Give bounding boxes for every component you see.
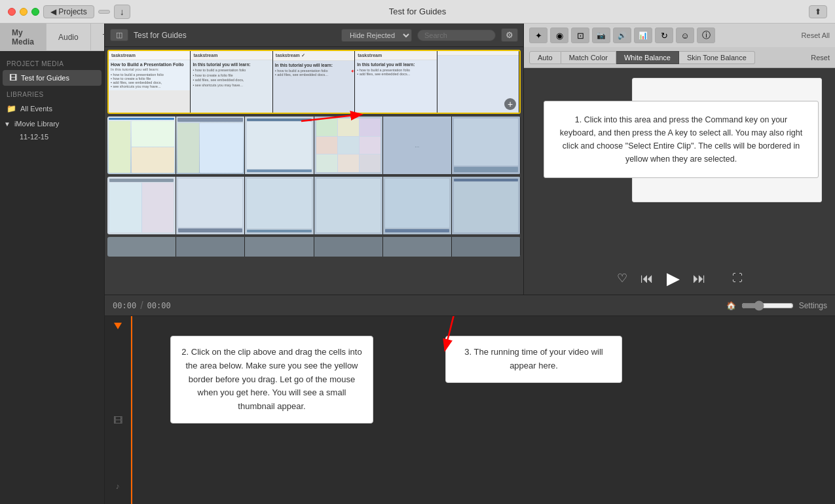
project-media-label: PROJECT MEDIA	[0, 55, 104, 70]
viewer-content: ⚡ taskstream powered by Aqua 1. Click in…	[524, 68, 835, 262]
white-balance-tab[interactable]: White Balance	[616, 51, 679, 64]
filmstrip-area: 7.3m taskstream How to Build a Presentat…	[105, 47, 523, 295]
reset-all-button[interactable]: Reset All	[802, 31, 830, 39]
search-input[interactable]	[417, 29, 496, 41]
sidebar-item-imovie-library[interactable]: ▼ iMovie Library	[0, 117, 104, 131]
project-name: Test for Guides	[21, 74, 69, 82]
color-wheel-button[interactable]: ◉	[550, 27, 568, 43]
timeline-track-area: 2. Click on the clip above and drag the …	[131, 316, 835, 504]
current-timecode: 00:00	[113, 301, 136, 310]
skip-back-button[interactable]: ⏮	[640, 271, 654, 286]
all-events-icon: 📁	[7, 104, 16, 113]
close-button[interactable]	[8, 8, 16, 16]
skip-forward-button[interactable]: ⏭	[693, 271, 706, 286]
music-icon: ♪	[116, 482, 120, 491]
sidebar-item-all-events[interactable]: 📁 All Events	[0, 101, 104, 117]
favorite-button[interactable]: ♡	[617, 271, 627, 285]
skin-tone-tab[interactable]: Skin Tone Balance	[679, 51, 755, 64]
house-icon: 🏠	[726, 301, 736, 310]
viewer-toolbar: ✦ ◉ ⊡ 📷 🔊 📊 ↻ ☺ ⓘ Reset All	[524, 24, 835, 47]
zoom-slider[interactable]	[741, 300, 794, 311]
timeline-settings-button[interactable]: Settings	[799, 301, 827, 310]
sidebar-item-test-for-guides[interactable]: 🎞 Test for Guides	[3, 70, 102, 86]
auto-tab[interactable]: Auto	[529, 51, 561, 64]
viewer-controls: ♡ ⏮ ▶ ⏭ ⛶	[524, 262, 835, 295]
volume-button[interactable]: 🔊	[613, 27, 631, 43]
guide-box-2: 2. Click on the clip above and drag the …	[170, 336, 373, 423]
filmstrip-cell-2-6[interactable]	[452, 117, 521, 174]
filmstrip-cell-2-3[interactable]	[245, 117, 314, 174]
filmstrip-cell-2-1[interactable]	[107, 117, 176, 174]
timeline-header: 00:00 / 00:00 🏠 Settings	[105, 295, 835, 316]
filmstrip-cell-3-4[interactable]	[314, 177, 383, 234]
titlebar-right: ⬆	[809, 5, 827, 18]
filmstrip-cell-4-3[interactable]	[245, 237, 314, 257]
fullscreen-toggle-button[interactable]: ⛶	[732, 272, 743, 284]
app-body: My Media Audio Titles Backgrounds Transi…	[0, 24, 835, 504]
timecode-separator: /	[140, 300, 143, 312]
guide-text-2: 2. Click on the clip above and drag the …	[181, 347, 362, 411]
info-button[interactable]: ⓘ	[697, 27, 715, 43]
reset-button[interactable]: Reset	[811, 54, 830, 62]
rotate-button[interactable]: ↻	[655, 27, 673, 43]
sidebar: My Media Audio Titles Backgrounds Transi…	[0, 24, 105, 504]
camera-button[interactable]: 📷	[592, 27, 610, 43]
film-reel-icon: 🎞	[9, 73, 17, 82]
filmstrip-cell-3-6[interactable]	[452, 177, 521, 234]
filmstrip-cell-3-1[interactable]	[107, 177, 176, 234]
settings-gear-button[interactable]: ⚙	[501, 28, 518, 42]
filter-dropdown[interactable]: Hide Rejected	[341, 29, 412, 42]
filmstrip-cell-3-2[interactable]	[176, 177, 245, 234]
all-events-label: All Events	[20, 105, 52, 113]
grid-view-button[interactable]	[98, 10, 110, 14]
filmstrip-cell-1-2[interactable]: taskstream In this tutorial you will lea…	[191, 51, 272, 113]
filmstrip-cell-4-5[interactable]	[383, 237, 452, 257]
filmstrip-cell-3-5[interactable]	[383, 177, 452, 234]
share-button[interactable]: ⬆	[809, 5, 827, 18]
crop-button[interactable]: ⊡	[571, 27, 589, 43]
window-title: Test for Guides	[389, 7, 446, 16]
libraries-label: LIBRARIES	[0, 86, 104, 101]
minimize-button[interactable]	[20, 8, 28, 16]
filmstrip-cell-2-4[interactable]	[314, 117, 383, 174]
sidebar-item-11-12-15[interactable]: 11-12-15	[0, 131, 104, 143]
instruction-text: 1. Click into this area and press the Co…	[560, 115, 802, 164]
filmstrip-row-4	[107, 237, 521, 257]
tab-audio[interactable]: Audio	[46, 24, 91, 50]
imovie-library-label: iMovie Library	[14, 120, 59, 128]
filmstrip-cell-4-4[interactable]	[314, 237, 383, 257]
match-color-tab[interactable]: Match Color	[561, 51, 616, 64]
main-split: ◫ Test for Guides Hide Rejected ⚙ 7.3m	[105, 24, 835, 295]
timeline-area: 00:00 / 00:00 🏠 Settings 🎞 ♪	[105, 295, 835, 504]
traffic-lights: ◀ Projects ↓	[8, 5, 130, 19]
instruction-card: 1. Click into this area and press the Co…	[544, 101, 819, 178]
filmstrip-cell-1-4[interactable]: taskstream In this tutorial you will lea…	[355, 51, 437, 113]
content-area: ◫ Test for Guides Hide Rejected ⚙ 7.3m	[105, 24, 835, 504]
filmstrip-cell-3-3[interactable]	[245, 177, 314, 234]
filmstrip-cell-1-3[interactable]: taskstream ✓ In this tutorial you will l…	[273, 51, 355, 113]
timeline-content: 🎞 ♪ 2. Click on the clip above and drag …	[105, 316, 835, 504]
download-button[interactable]: ↓	[114, 5, 130, 19]
guide-box-3: 3. The running time of your video will a…	[445, 336, 622, 383]
filmstrip-cell-4-6[interactable]	[452, 237, 521, 257]
tab-my-media[interactable]: My Media	[0, 24, 46, 50]
filmstrip-cell-4-1[interactable]	[107, 237, 176, 257]
filmstrip-cell-2-5[interactable]: ...	[383, 117, 452, 174]
play-button[interactable]: ▶	[667, 268, 680, 289]
filmstrip-cell-1-5[interactable]: +	[437, 51, 519, 113]
magic-wand-button[interactable]: ✦	[529, 27, 547, 43]
filmstrip-cell-4-2[interactable]	[176, 237, 245, 257]
timeline-left-gutter: 🎞 ♪	[105, 316, 131, 504]
filmstrip-cell-1-1[interactable]: taskstream How to Build a Presentation F…	[109, 51, 191, 113]
fullscreen-button[interactable]	[31, 8, 39, 16]
total-timecode: 00:00	[147, 301, 171, 310]
face-button[interactable]: ☺	[676, 27, 694, 43]
guide-text-3: 3. The running time of your video will a…	[464, 347, 603, 370]
filmstrip-cell-2-2[interactable]	[176, 117, 245, 174]
projects-button[interactable]: ◀ Projects	[43, 5, 94, 18]
chart-button[interactable]: 📊	[634, 27, 652, 43]
filmstrip-row-1: 7.3m taskstream How to Build a Presentat…	[107, 50, 521, 114]
sidebar-toggle-button[interactable]: ◫	[110, 29, 128, 41]
viewer-panel: ✦ ◉ ⊡ 📷 🔊 📊 ↻ ☺ ⓘ Reset All Auto Match C…	[524, 24, 835, 295]
add-clip-button[interactable]: +	[504, 98, 516, 110]
